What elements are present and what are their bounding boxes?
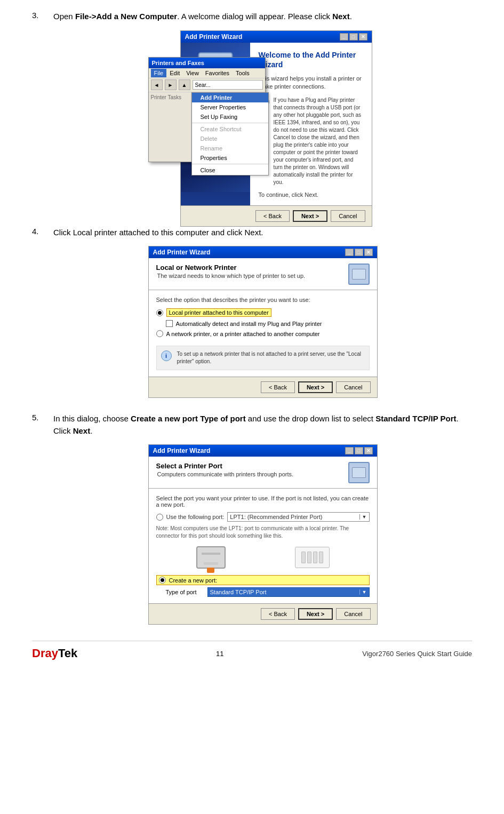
view-menu[interactable]: View (183, 69, 202, 77)
favorites-menu[interactable]: Favorites (202, 69, 233, 77)
window-content: Printer Tasks Add Printer Server Propert… (149, 92, 265, 162)
file-dropdown: Add Printer Server Properties Set Up Fax… (191, 92, 269, 175)
minimize-btn-4[interactable]: _ (345, 249, 354, 256)
radio-local-circle[interactable] (156, 309, 163, 316)
cancel-button-step3[interactable]: Cancel (331, 210, 365, 222)
step-5-content: In this dialog, choose Create a new port… (53, 413, 472, 625)
titlebar-controls: _ □ ✕ (340, 33, 367, 41)
edit-menu[interactable]: Edit (166, 69, 183, 77)
minimize-btn-5[interactable]: _ (345, 447, 354, 454)
minimize-btn[interactable]: _ (340, 33, 348, 41)
maximize-btn-4[interactable]: □ (355, 249, 363, 256)
radio-network-label: A network printer, or a printer attached… (166, 331, 320, 337)
dialog-body-5: Select the port you want your printer to… (149, 489, 377, 603)
dialog-header-text-5: Select a Printer Port Computers communic… (156, 462, 294, 485)
page-number: 11 (216, 650, 223, 658)
delete-item[interactable]: Delete (192, 134, 268, 143)
port-type-value: Standard TCP/IP Port (210, 589, 267, 595)
info-icon-4: i (161, 350, 172, 361)
back-button-step3[interactable]: < Back (255, 210, 290, 222)
next-button-step5[interactable]: Next > (298, 608, 333, 620)
close-btn[interactable]: ✕ (359, 33, 367, 41)
toolbar-forward-icon[interactable]: ► (165, 79, 177, 90)
maximize-btn-5[interactable]: □ (355, 447, 363, 454)
radio-option-local[interactable]: Local printer attached to this computer (156, 308, 370, 317)
cancel-button-step4[interactable]: Cancel (336, 381, 370, 393)
port-dropdown[interactable]: LPT1: (Recommended Printer Port) ▼ (227, 512, 369, 522)
wizard-footer-step5: < Back Next > Cancel (149, 603, 377, 624)
port-images-row (162, 546, 364, 569)
router-image (295, 547, 330, 568)
wizard-welcome-title: Welcome to the Add Printer Wizard (259, 50, 363, 69)
next-button-step4[interactable]: Next > (298, 381, 333, 393)
left-nav: Printer Tasks (149, 92, 191, 162)
local-network-title: Local or Network Printer (156, 264, 306, 272)
create-shortcut-item[interactable]: Create Shortcut (192, 124, 268, 134)
file-menu[interactable]: File (151, 69, 167, 77)
step-5-text: In this dialog, choose Create a new port… (53, 413, 472, 437)
toolbar-back-icon[interactable]: ◄ (151, 79, 163, 90)
toolbar-up-icon[interactable]: ▲ (179, 79, 190, 90)
type-of-port-row: Type of port Standard TCP/IP Port ▼ (166, 587, 370, 597)
printers-faxes-window: Printers and Faxes File Edit View Favori… (148, 57, 266, 162)
use-port-radio[interactable] (156, 514, 163, 521)
tools-menu[interactable]: Tools (233, 69, 253, 77)
server-props-item[interactable]: Server Properties (192, 102, 268, 112)
dialog-header-4: Local or Network Printer The wizard need… (149, 258, 377, 290)
step-number-3: 3. (32, 11, 45, 212)
close-btn-5[interactable]: ✕ (364, 447, 373, 454)
create-port-radio[interactable] (159, 577, 166, 584)
separator-2 (192, 164, 268, 164)
info-box: i If you have a Plug and Play printer th… (259, 97, 363, 186)
dialog-header-text-4: Local or Network Printer The wizard need… (156, 264, 306, 286)
port-select-desc: Select the port you want your printer to… (156, 495, 370, 508)
menu-bar: File Edit View Favorites Tools (149, 68, 265, 78)
product-name: Vigor2760 Series Quick Start Guide (362, 650, 472, 658)
back-button-step4[interactable]: < Back (261, 381, 295, 393)
local-network-sub: The wizard needs to know which type of p… (156, 273, 306, 279)
next-button-step3[interactable]: Next > (293, 210, 327, 222)
plug-play-label: Automatically detect and install my Plug… (176, 321, 322, 327)
radio-option-network[interactable]: A network printer, or a printer attached… (156, 330, 370, 337)
main-area: Add Printer Server Properties Set Up Fax… (191, 92, 265, 162)
plug-play-checkbox[interactable] (166, 320, 173, 327)
step-number-4: 4. (32, 227, 45, 398)
search-bar: Sear... (193, 80, 263, 90)
wizard-desc: This wizard helps you install a printer … (259, 75, 363, 91)
use-port-label: Use the following port: (166, 514, 225, 520)
step-3-text: Open File->Add a New Computer. A welcome… (53, 11, 472, 23)
toolbar-row: ◄ ► ▲ Sear... (149, 78, 265, 92)
close-btn-4[interactable]: ✕ (364, 249, 373, 256)
brand-dray: Dray (32, 647, 58, 660)
checkbox-option[interactable]: Automatically detect and install my Plug… (166, 320, 370, 327)
maximize-btn[interactable]: □ (349, 33, 358, 41)
cancel-button-step5[interactable]: Cancel (336, 608, 370, 620)
back-button-step5[interactable]: < Back (261, 608, 295, 620)
create-port-section: Create a new port: Type of port Standard… (156, 575, 370, 597)
printer-with-cable (196, 546, 226, 569)
separator-1 (192, 123, 268, 123)
port-note: Note: Most computers use the LPT1: port … (156, 525, 370, 540)
step-4-content: Click Local printer attached to this com… (53, 227, 472, 398)
add-printer-item[interactable]: Add Printer (192, 93, 268, 102)
brand-tek: Tek (58, 647, 77, 660)
create-port-row-highlight[interactable]: Create a new port: (156, 575, 370, 585)
step-5: 5. In this dialog, choose Create a new p… (32, 413, 472, 625)
wizard-titlebar-step3: Add Printer Wizard _ □ ✕ (181, 31, 372, 43)
type-label: Type of port (166, 589, 203, 595)
step-4: 4. Click Local printer attached to this … (32, 227, 472, 398)
page-footer: DrayTek 11 Vigor2760 Series Quick Start … (32, 641, 472, 660)
properties-item[interactable]: Properties (192, 153, 268, 163)
wizard-titlebar-step4: Add Printer Wizard _ □ ✕ (149, 246, 377, 258)
step-3-content: Open File->Add a New Computer. A welcome… (53, 11, 472, 212)
rename-item[interactable]: Rename (192, 143, 268, 153)
port-type-dropdown[interactable]: Standard TCP/IP Port ▼ (207, 587, 370, 597)
setup-faxing-item[interactable]: Set Up Faxing (192, 112, 268, 122)
titlebar-controls-4: _ □ ✕ (345, 249, 373, 256)
radio-network-circle[interactable] (156, 330, 163, 337)
dialog-body-4: Select the option that describes the pri… (149, 290, 377, 377)
printer-icon-header-5 (348, 462, 370, 483)
close-item[interactable]: Close (192, 165, 268, 175)
create-port-label: Create a new port: (169, 577, 218, 584)
wizard-titlebar-step5: Add Printer Wizard _ □ ✕ (149, 445, 377, 457)
